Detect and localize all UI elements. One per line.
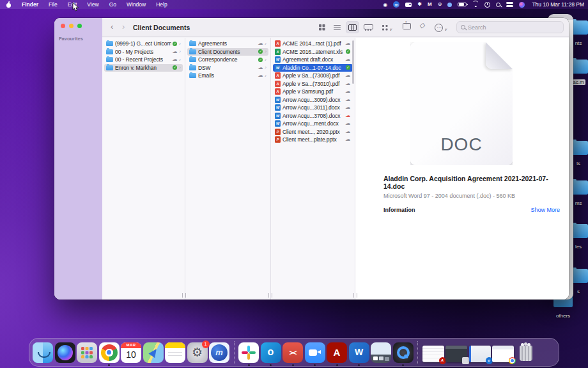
siri-menu-icon[interactable] bbox=[519, 2, 525, 8]
cloud-status-icon bbox=[171, 49, 178, 54]
dock-outlook-icon[interactable] bbox=[261, 342, 281, 363]
dock-slack-icon[interactable] bbox=[238, 342, 259, 363]
close-button[interactable] bbox=[61, 24, 65, 28]
file-row[interactable]: Client meet...plate.pptx bbox=[273, 136, 353, 144]
file-row[interactable]: Client meet..., 2020.pptx bbox=[273, 128, 353, 136]
folder-row-selected[interactable]: Enron v. Markhan bbox=[104, 64, 183, 72]
group-by-button[interactable] bbox=[382, 22, 392, 33]
clock-menu-icon[interactable] bbox=[484, 2, 490, 8]
menu-file[interactable]: File bbox=[43, 0, 63, 9]
dock-notes-icon[interactable] bbox=[165, 342, 185, 363]
column-resize-handle[interactable] bbox=[182, 293, 186, 298]
cloud-status-icon bbox=[257, 73, 263, 78]
minimize-button[interactable] bbox=[69, 24, 74, 28]
column-resize-handle[interactable] bbox=[353, 293, 357, 298]
mail-menu-icon[interactable]: M bbox=[428, 0, 432, 9]
icon-view-button[interactable] bbox=[315, 21, 329, 33]
dock-siri-icon[interactable] bbox=[55, 342, 75, 363]
dock-maps-icon[interactable] bbox=[143, 342, 164, 363]
wifi-icon[interactable] bbox=[472, 2, 479, 7]
apple-menu-icon[interactable] bbox=[6, 2, 12, 8]
dock-acrobat-icon[interactable] bbox=[327, 342, 347, 363]
folder-row[interactable]: 00 - My Projects bbox=[104, 48, 183, 56]
camera-menu-icon[interactable] bbox=[405, 3, 412, 7]
globe-menu-icon[interactable]: ⊕ bbox=[438, 0, 442, 9]
share-button[interactable] bbox=[403, 21, 410, 29]
folder-row-selected[interactable]: Client Documents bbox=[187, 48, 268, 56]
tag-button[interactable]: ◇ bbox=[419, 22, 424, 29]
menu-go[interactable]: Go bbox=[104, 0, 121, 9]
dock-settings-icon[interactable]: ⚙1 bbox=[187, 342, 208, 363]
word-file-icon bbox=[275, 97, 281, 103]
menu-view[interactable]: View bbox=[82, 0, 104, 9]
show-more-link[interactable]: Show More bbox=[530, 207, 560, 213]
file-name: Aladdin Co...1-07-14.doc bbox=[282, 65, 344, 71]
more-actions-button[interactable] bbox=[435, 22, 447, 33]
folder-row[interactable]: DSW bbox=[187, 64, 268, 72]
file-name: Arrow Acqu...3009).docx bbox=[282, 97, 344, 103]
file-row[interactable]: ACME 2014...ract (1).pdf bbox=[273, 40, 353, 48]
dock-finder-icon[interactable] bbox=[33, 342, 53, 363]
chrome-logo bbox=[101, 344, 118, 361]
sync-menu-icon[interactable]: ✱ bbox=[417, 0, 422, 9]
folder-row[interactable]: Agreements bbox=[187, 40, 268, 48]
dock-mattermost-icon[interactable] bbox=[209, 342, 229, 363]
spotlight-icon[interactable] bbox=[496, 3, 500, 7]
running-indicator bbox=[292, 364, 294, 366]
app-status-icon[interactable] bbox=[447, 3, 452, 7]
doc-preview-thumbnail[interactable]: DOC bbox=[410, 42, 513, 165]
folder-row[interactable]: (9999-1) G...ect Unicorn bbox=[104, 40, 183, 48]
back-button[interactable]: ‹ bbox=[111, 22, 113, 32]
column-view-button[interactable] bbox=[346, 21, 359, 33]
folder-row[interactable]: Emails bbox=[187, 72, 268, 80]
dock-minimized-chrome-window[interactable] bbox=[492, 346, 514, 362]
dock-minimized-acrobat-window[interactable] bbox=[422, 346, 444, 362]
dock-minimized-outlook-window[interactable] bbox=[469, 346, 491, 362]
dock-chrome-icon[interactable] bbox=[99, 342, 120, 363]
search-input[interactable] bbox=[468, 24, 551, 31]
record-indicator-icon[interactable]: ◉ bbox=[383, 2, 387, 8]
list-view-button[interactable] bbox=[330, 21, 344, 33]
finder-toolbar: ‹ › Client Documents ◇ bbox=[102, 18, 569, 37]
dock-minimized-dark-window[interactable] bbox=[445, 346, 467, 362]
menu-window[interactable]: Window bbox=[121, 0, 151, 9]
folder-name: DSW bbox=[198, 65, 257, 71]
control-center-icon[interactable] bbox=[506, 2, 513, 7]
desktop-file-label: ac.m bbox=[571, 79, 585, 85]
mattermost-menu-icon[interactable]: m bbox=[393, 1, 399, 8]
file-row[interactable]: Arrow Acqu...3011).docx bbox=[273, 104, 353, 112]
file-row[interactable]: ACME 2016...atement.xls bbox=[273, 48, 353, 56]
dock-launchpad-icon[interactable] bbox=[77, 342, 97, 363]
menu-help[interactable]: Help bbox=[151, 0, 172, 9]
file-row[interactable]: Arrow Acqu...3708).docx bbox=[273, 112, 353, 120]
folder-row[interactable]: Correspondence bbox=[187, 56, 268, 64]
search-icon bbox=[461, 25, 465, 29]
pdf-file-icon bbox=[275, 88, 281, 95]
dock-remote-desktop-icon[interactable] bbox=[282, 342, 303, 363]
forward-button[interactable]: › bbox=[122, 22, 125, 32]
file-row[interactable]: Apple v Sa...(73010).pdf bbox=[273, 80, 353, 88]
dock-screenshot-app-icon[interactable] bbox=[371, 342, 391, 363]
file-row[interactable]: Agreement draft.docx bbox=[273, 56, 353, 64]
folder-name: Enron v. Markhan bbox=[115, 65, 171, 71]
folder-row[interactable]: 00 - Recent Projects bbox=[104, 56, 183, 64]
dock-word-icon[interactable] bbox=[349, 342, 369, 363]
menu-finder[interactable]: Finder bbox=[17, 0, 43, 9]
scrollbar-thumb[interactable] bbox=[352, 40, 354, 84]
zoom-button[interactable] bbox=[77, 24, 82, 28]
file-row[interactable]: Arrow Acqu...ment.docx bbox=[273, 120, 353, 128]
dock-quicktime-icon[interactable] bbox=[393, 342, 414, 363]
gallery-view-button[interactable] bbox=[361, 21, 375, 33]
dock-trash-icon[interactable] bbox=[516, 342, 536, 363]
file-row[interactable]: Apple v Sa...(73008).pdf bbox=[273, 72, 353, 80]
dock-calendar-icon[interactable]: MAR10 bbox=[121, 342, 141, 363]
search-field[interactable] bbox=[456, 21, 564, 33]
file-row-selected[interactable]: Aladdin Co...1-07-14.doc bbox=[273, 64, 353, 72]
battery-icon[interactable] bbox=[458, 3, 467, 7]
dock-zoom-icon[interactable] bbox=[305, 342, 325, 363]
menu-clock[interactable]: Thu 10 Mar 11:28 PM bbox=[532, 1, 584, 8]
column-resize-handle[interactable] bbox=[268, 293, 272, 298]
battery-fill bbox=[459, 3, 464, 6]
file-row[interactable]: Arrow Acqu...3009).docx bbox=[273, 96, 353, 104]
file-row[interactable]: Apple v Samsung.pdf bbox=[273, 88, 353, 96]
